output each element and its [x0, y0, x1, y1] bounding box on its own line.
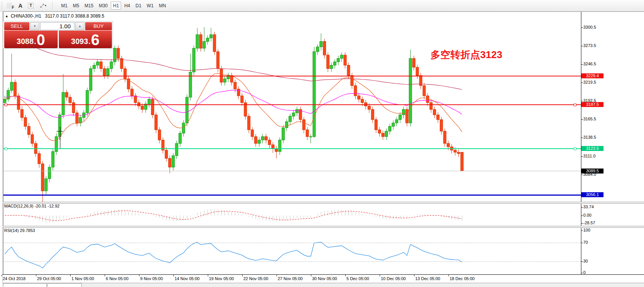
dots-pattern-icon — [6, 3, 12, 8]
macd-indicator-label: MACD(12,26,9) -20.01 -12.92 — [4, 204, 60, 208]
buy-price[interactable]: 3093 . 6 — [59, 31, 112, 48]
toolbar-grip[interactable] — [2, 2, 3, 10]
volume-increase-button[interactable]: ▲ — [75, 22, 84, 30]
one-click-trading-panel: SELL ▼ ▲ BUY 3088 . 0 3093 . 6 — [3, 21, 113, 49]
chart-annotation[interactable]: 多空转折点3123 — [430, 48, 502, 62]
grid-tool-letter: F — [12, 5, 14, 10]
timeframe-d1[interactable]: D1 — [133, 2, 144, 10]
ask-dot: . — [89, 36, 91, 47]
timeframe-m5[interactable]: M5 — [71, 2, 82, 10]
sell-price[interactable]: 3088 . 0 — [4, 31, 58, 48]
bid-main-digits: 3088 — [17, 36, 34, 47]
ask-main-digits: 3093 — [71, 36, 88, 47]
down-arrow-icon: ▼ — [33, 24, 36, 28]
price-axis-border — [581, 12, 581, 275]
chart-tab[interactable] — [47, 283, 82, 287]
text-label-letter: T — [28, 3, 34, 8]
arrows-glyph-icon: ⤢ — [40, 3, 44, 9]
chart-tab[interactable] — [3, 283, 47, 287]
buy-button[interactable]: BUY — [85, 22, 112, 30]
ohlc-values: 3117.0 3117.0 3088.8 3089.5 — [45, 13, 104, 19]
macd-rsi-splitter[interactable] — [2, 226, 644, 228]
toolbar: F A T ⤢ ▾ M1 M5 M15 M30 H1 H4 D1 W1 MN — [0, 0, 644, 11]
dropdown-caret-icon: ▾ — [45, 4, 46, 7]
collapse-icon[interactable]: ▲ — [5, 14, 8, 18]
timeframe-h1[interactable]: H1 — [111, 2, 121, 10]
up-arrow-icon: ▲ — [78, 24, 81, 28]
text-tool-icon[interactable]: A — [15, 1, 26, 10]
crosshair-horizontal-line — [57, 131, 63, 131]
mt4-window: F A T ⤢ ▾ M1 M5 M15 M30 H1 H4 D1 W1 MN 3… — [0, 0, 644, 287]
bid-dot: . — [34, 36, 36, 47]
trade-prices-row: 3088 . 0 3093 . 6 — [4, 31, 112, 48]
timeframe-toolbar: M1 M5 M15 M30 H1 H4 D1 W1 MN — [58, 2, 169, 10]
ask-pip-digit: 6 — [91, 32, 99, 47]
bid-pip-digit: 0 — [37, 32, 45, 47]
arrows-tool-icon[interactable]: ⤢ ▾ — [36, 1, 50, 10]
text-label-tool-icon[interactable]: T — [26, 1, 36, 10]
crosshair-vertical-line — [60, 127, 60, 148]
chart-title: CHINA300-,H1 — [11, 13, 41, 19]
sell-button[interactable]: SELL — [4, 22, 29, 30]
volume-decrease-button[interactable]: ▼ — [30, 22, 39, 30]
rsi-indicator-label: RSI(14) 29.7853 — [4, 228, 35, 233]
timeframe-w1[interactable]: W1 — [144, 2, 156, 10]
grid-tool-icon[interactable]: F — [5, 1, 15, 10]
main-macd-splitter[interactable] — [2, 202, 644, 204]
timeframe-h4[interactable]: H4 — [122, 2, 132, 10]
text-tool-letter: A — [18, 2, 23, 9]
volume-input[interactable] — [40, 22, 74, 30]
chart-tabs-bar — [2, 283, 644, 287]
timeframe-m15[interactable]: M15 — [82, 2, 95, 10]
time-axis-line — [2, 274, 644, 275]
timeframe-m1[interactable]: M1 — [59, 2, 70, 10]
timeframe-mn[interactable]: MN — [157, 2, 168, 10]
toolbar-grip[interactable] — [52, 2, 54, 10]
timeframe-m30[interactable]: M30 — [97, 2, 110, 10]
chart-title-row: ▲ CHINA300-,H1 3117.0 3117.0 3088.8 3089… — [5, 13, 104, 19]
trade-controls-row: SELL ▼ ▲ BUY — [4, 22, 112, 30]
chart-left-frame — [3, 12, 3, 275]
